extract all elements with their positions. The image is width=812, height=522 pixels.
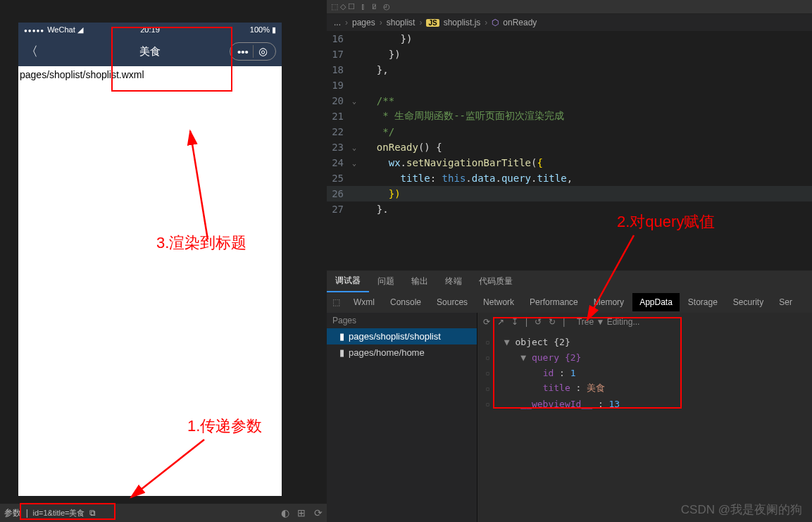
nav-title: 美食 [139,45,161,58]
tool-security[interactable]: Security [726,293,770,311]
bc-fn[interactable]: onReady [503,18,537,27]
tool-appdata[interactable]: AppData [632,293,680,311]
tool-sources[interactable]: Sources [430,293,475,311]
right-pane: ⬚ ◇ ☐ ⫿ ⍁ ◴ ...› pages› shoplist› JS sho… [327,0,812,522]
pages-panel: Pages ▮ pages/shoplist/shoplist ▮ pages/… [327,313,477,522]
phone-body: pages/shoplist/shoplist.wxml [18,66,282,83]
tab-terminal[interactable]: 终端 [437,271,470,292]
code-editor[interactable]: 16 }) 17 }) 18 }, 19 20⌄ /** 21 * 生命周期函数… [327,31,812,217]
appdata-toolbar[interactable]: ⟳ ↗ ↧ | ↺ ↻ | Tree ▼ Editing... [477,313,812,331]
watermark: CSDN @我是夜阑的狗 [681,502,802,518]
debugger-toolbar[interactable]: ⬚ Wxml Console Sources Network Performan… [327,292,812,313]
bc-pages[interactable]: pages [352,18,375,27]
tab-problems[interactable]: 问题 [369,271,403,292]
back-icon[interactable]: 〈 [25,43,38,60]
tool-performance[interactable]: Performance [523,293,585,311]
tool-storage[interactable]: Storage [681,293,725,311]
debugger-terminal-tabs[interactable]: 调试器 问题 输出 终端 代码质量 [327,271,812,292]
capsule-button[interactable]: •••◎ [230,42,276,61]
left-pane: WeChat 20:19 100% 〈 美食 •••◎ pages/shopli… [0,0,327,522]
pages-header: Pages [327,313,477,328]
tool-console[interactable]: Console [383,293,428,311]
carrier: WeChat [24,25,83,35]
bc-file[interactable]: shoplist.js [444,18,481,27]
tool-network[interactable]: Network [476,293,521,311]
status-battery: 100% [250,25,276,35]
params-value: id=1&title=美食 [32,509,85,517]
tab-output[interactable]: 输出 [403,271,437,292]
body-text: pages/shoplist/shoplist.wxml [20,69,280,80]
tool-wxml[interactable]: Wxml [346,293,382,311]
js-icon: JS [426,19,439,27]
breadcrumb[interactable]: ...› pages› shoplist› JS shoplist.js› ⬡ … [327,14,812,31]
appdata-tree[interactable]: ▫ ▼ object {2} ▫ ▼ query {2} ▫ id : 1 ▫ … [477,331,812,414]
page-item[interactable]: ▮ pages/home/home [327,344,477,361]
phone-simulator: WeChat 20:19 100% 〈 美食 •••◎ pages/shopli… [18,23,282,496]
phone-nav-bar: 〈 美食 •••◎ [18,37,282,66]
tab-debugger[interactable]: 调试器 [327,271,369,292]
cube-icon: ⬡ [492,18,499,27]
editor-top-icons[interactable]: ⬚ ◇ ☐ ⫿ ⍁ ◴ [327,0,812,14]
bottom-right-icons[interactable]: ◐ ⊞ ⟳ [281,507,323,518]
code: }) [365,33,412,44]
phone-status-bar: WeChat 20:19 100% [18,23,282,37]
tool-more[interactable]: Ser [772,293,799,311]
bc-folder[interactable]: shoplist [387,18,416,27]
line-num: 16 [327,33,352,44]
appdata-view: ⟳ ↗ ↧ | ↺ ↻ | Tree ▼ Editing... ▫ ▼ obje… [477,313,812,522]
tab-codequality[interactable]: 代码质量 [470,271,521,292]
debugger-panel: 调试器 问题 输出 终端 代码质量 ⬚ Wxml Console Sources… [327,271,812,522]
page-item[interactable]: ▮ pages/shoplist/shoplist [327,328,477,344]
params-label: 参数 [4,508,21,518]
inspect-icon[interactable]: ⬚ [327,297,345,307]
simulator-bottom-bar: 参数 | id=1&title=美食 ⧉ ◐ ⊞ ⟳ [0,504,327,522]
bc-root[interactable]: ... [334,18,341,27]
status-time: 20:19 [140,25,160,34]
tool-memory[interactable]: Memory [587,293,631,311]
